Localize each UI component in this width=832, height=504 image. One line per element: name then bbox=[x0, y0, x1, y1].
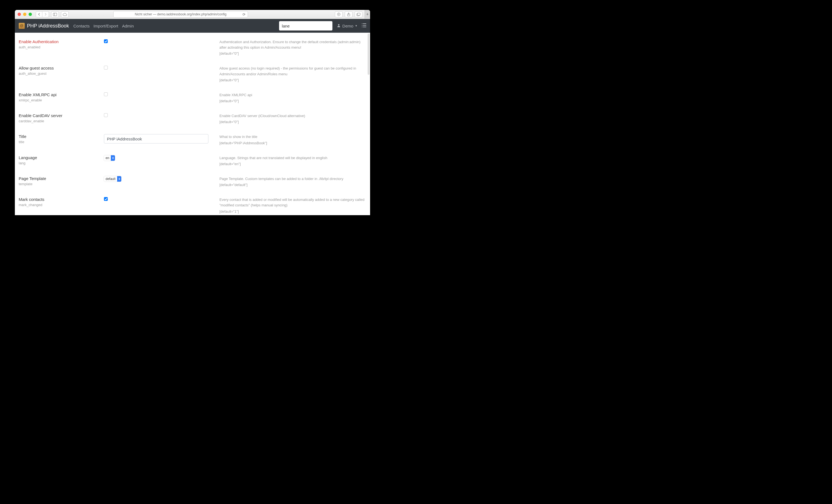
config-label: Enable Authenticationauth_enabled bbox=[19, 39, 101, 49]
checkbox-auth_enabled[interactable] bbox=[104, 39, 108, 43]
config-desc-text: Language. Strings that are not translate… bbox=[219, 156, 327, 160]
config-name: Enable Authentication bbox=[19, 39, 101, 44]
select-value: en bbox=[104, 155, 111, 161]
config-input-cell bbox=[104, 92, 217, 97]
config-name: Title bbox=[19, 134, 101, 139]
user-menu[interactable]: Demo ▼ bbox=[337, 24, 358, 28]
config-name: Allow guest access bbox=[19, 66, 101, 70]
checkbox-carddav_enable[interactable] bbox=[104, 113, 108, 117]
config-input-cell bbox=[104, 134, 217, 143]
config-key: title bbox=[19, 140, 101, 144]
nav-admin[interactable]: Admin bbox=[122, 24, 134, 28]
config-label: Enable XMLRPC apixmlrpc_enable bbox=[19, 92, 101, 102]
tabs-button[interactable] bbox=[355, 11, 362, 17]
config-desc-text: Allow guest access (no login required) -… bbox=[219, 66, 356, 76]
share-button[interactable] bbox=[345, 11, 353, 17]
nav-import-export[interactable]: Import/Export bbox=[94, 24, 118, 28]
config-default: [default="0"] bbox=[219, 78, 366, 83]
select-arrow-icon bbox=[117, 176, 121, 182]
config-row-mark_changed: Mark contactsmark_changedEvery contact t… bbox=[19, 197, 366, 214]
config-input-cell bbox=[104, 113, 217, 118]
config-name: Enable CardDAV server bbox=[19, 113, 101, 118]
config-row-template: Page TemplatetemplatedefaultPage Templat… bbox=[19, 176, 366, 188]
config-default: [default="1"] bbox=[219, 209, 366, 214]
svg-rect-11 bbox=[362, 27, 362, 27]
config-label: Enable CardDAV servercarddav_enable bbox=[19, 113, 101, 123]
config-row-carddav_enable: Enable CardDAV servercarddav_enableEnabl… bbox=[19, 113, 366, 125]
config-description: Page Template. Custom templates can be a… bbox=[219, 176, 366, 188]
select-lang[interactable]: en bbox=[104, 155, 115, 161]
svg-rect-12 bbox=[363, 27, 366, 27]
url-bar[interactable]: Nicht sicher — demo.iaddressbook.org/ind… bbox=[113, 11, 248, 18]
config-key: auth_allow_guest bbox=[19, 72, 101, 76]
config-key: xmlrpc_enable bbox=[19, 98, 101, 102]
config-key: template bbox=[19, 182, 101, 186]
back-button[interactable] bbox=[36, 11, 42, 17]
select-template[interactable]: default bbox=[104, 176, 121, 182]
config-content[interactable]: Enable Authenticationauth_enabledAuthent… bbox=[15, 33, 370, 215]
brand-text: PHP iAddressBook bbox=[27, 23, 69, 29]
config-label: Titletitle bbox=[19, 134, 101, 144]
config-description: Language. Strings that are not translate… bbox=[219, 155, 366, 167]
select-value: default bbox=[104, 176, 117, 182]
checkbox-xmlrpc_enable[interactable] bbox=[104, 92, 108, 96]
config-name: Language bbox=[19, 155, 101, 160]
config-row-auth_allow_guest: Allow guest accessauth_allow_guestAllow … bbox=[19, 66, 366, 83]
config-default: [default="0"] bbox=[219, 119, 366, 125]
window-minimize-button[interactable] bbox=[23, 12, 26, 16]
svg-point-6 bbox=[338, 24, 340, 26]
brand[interactable]: PHP iAddressBook bbox=[19, 23, 69, 29]
config-label: Allow guest accessauth_allow_guest bbox=[19, 66, 101, 76]
chrome-right-buttons bbox=[335, 11, 362, 17]
config-desc-text: Every contact that is added or modified … bbox=[219, 197, 365, 207]
list-view-icon[interactable] bbox=[362, 23, 366, 29]
config-input-cell: en bbox=[104, 155, 217, 161]
brand-icon bbox=[19, 23, 25, 29]
svg-rect-7 bbox=[362, 23, 362, 24]
user-label: Demo bbox=[342, 24, 353, 28]
scrollbar-thumb[interactable] bbox=[368, 33, 369, 75]
svg-rect-0 bbox=[53, 13, 57, 16]
config-description: Enable CardDAV server (iCloud/ownCloud a… bbox=[219, 113, 366, 125]
search-input[interactable] bbox=[279, 21, 332, 30]
icloud-button[interactable] bbox=[61, 11, 69, 17]
forward-button[interactable] bbox=[42, 11, 49, 17]
text-input-title[interactable] bbox=[104, 134, 208, 143]
checkbox-auth_allow_guest[interactable] bbox=[104, 66, 108, 70]
config-description: What to show in the title[default="PHP i… bbox=[219, 134, 366, 145]
downloads-button[interactable] bbox=[335, 11, 343, 17]
config-row-title: TitletitleWhat to show in the title[defa… bbox=[19, 134, 366, 145]
config-desc-text: What to show in the title bbox=[219, 135, 257, 139]
config-desc-text: Page Template. Custom templates can be a… bbox=[219, 177, 343, 181]
config-label: Page Templatetemplate bbox=[19, 176, 101, 186]
config-desc-text: Authentication and Authorization. Ensure… bbox=[219, 40, 361, 50]
svg-rect-9 bbox=[362, 25, 362, 26]
reload-icon[interactable]: ⟳ bbox=[242, 12, 245, 17]
sidebar-toggle-button[interactable] bbox=[51, 11, 59, 17]
browser-window: Nicht sicher — demo.iaddressbook.org/ind… bbox=[15, 10, 370, 215]
svg-rect-10 bbox=[363, 25, 366, 26]
config-key: auth_enabled bbox=[19, 45, 101, 49]
nav-right: Demo ▼ bbox=[279, 21, 366, 30]
config-default: [default="en"] bbox=[219, 161, 366, 167]
config-description: Enable XMLRPC api[default="0"] bbox=[219, 92, 366, 104]
user-icon bbox=[337, 24, 341, 28]
window-zoom-button[interactable] bbox=[29, 12, 32, 16]
config-default: [default="0"] bbox=[219, 51, 366, 56]
config-description: Authentication and Authorization. Ensure… bbox=[219, 39, 366, 56]
window-close-button[interactable] bbox=[18, 12, 21, 16]
config-row-lang: LanguagelangenLanguage. Strings that are… bbox=[19, 155, 366, 167]
svg-rect-8 bbox=[363, 23, 366, 24]
browser-chrome: Nicht sicher — demo.iaddressbook.org/ind… bbox=[15, 10, 370, 19]
checkbox-mark_changed[interactable] bbox=[104, 197, 108, 201]
config-key: carddav_enable bbox=[19, 119, 101, 123]
config-row-auth_enabled: Enable Authenticationauth_enabledAuthent… bbox=[19, 39, 366, 56]
nav-links: Contacts Import/Export Admin bbox=[73, 24, 134, 28]
config-default: [default="0"] bbox=[219, 98, 366, 104]
config-description: Every contact that is added or modified … bbox=[219, 197, 366, 214]
chevron-down-icon: ▼ bbox=[355, 24, 358, 27]
nav-contacts[interactable]: Contacts bbox=[73, 24, 89, 28]
config-row-xmlrpc_enable: Enable XMLRPC apixmlrpc_enableEnable XML… bbox=[19, 92, 366, 104]
config-input-cell: default bbox=[104, 176, 217, 182]
new-tab-button[interactable]: + bbox=[365, 10, 370, 19]
